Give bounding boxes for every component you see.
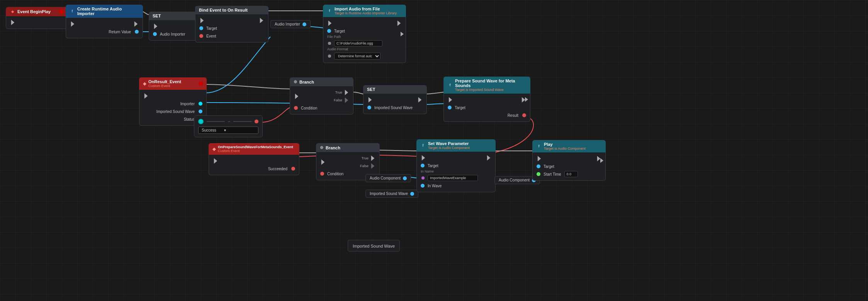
dropdown-arrow: ▾	[224, 128, 226, 132]
branch2-header: ⊕ Branch	[316, 143, 380, 152]
succeeded-pin	[291, 167, 295, 171]
func-icon3: f	[447, 82, 453, 88]
true-row2: True	[362, 156, 375, 161]
bind-event-header: Bind Event to On Result	[195, 6, 268, 14]
play-body: Target Start Time	[532, 152, 606, 181]
branch2-icon: ⊕	[320, 145, 323, 150]
exec-in	[70, 21, 75, 27]
imported-sound-wave-pin	[199, 109, 202, 113]
divider	[207, 121, 225, 122]
exec-out	[213, 158, 218, 164]
dash-label: --	[228, 120, 230, 123]
import-audio-body: Target File Path Audio Format Determine …	[323, 17, 406, 63]
audio-component-out-pin	[403, 176, 407, 180]
start-time-input[interactable]	[564, 171, 578, 177]
exec-row	[323, 19, 406, 27]
exec-row	[533, 155, 605, 162]
exec-in	[448, 97, 453, 103]
import-audio-node: f Import Audio from File Target is Runti…	[323, 5, 406, 63]
target-row5: Target	[533, 162, 605, 170]
condition-row: Condition	[290, 104, 353, 112]
event-begin-play-node: ◆ Event BeginPlay	[6, 7, 68, 29]
target-label5: Target	[544, 164, 554, 169]
create-runtime-audio-importer-node: f Create Runtime Audio Importer Return V…	[66, 5, 143, 38]
exec-in	[294, 94, 299, 99]
exec-row: True False	[290, 89, 353, 104]
right-pin	[255, 120, 258, 123]
true-row: True	[335, 90, 349, 95]
exec-out	[143, 93, 149, 99]
set-wave-param-body: Target In Name In Wave	[416, 152, 496, 192]
audio-importer-out-pin	[302, 22, 306, 26]
prepare-sound-wave-node: f Prepare Sound Wave for Meta Sounds Tar…	[443, 77, 530, 122]
exec-row	[66, 20, 143, 28]
on-result-event-header: ◆ OnResult_Event Custom Event	[139, 77, 207, 90]
bind-event-body: Target Event	[195, 14, 268, 43]
target-row: Target	[323, 27, 406, 35]
imported-sound-wave-floating: Imported Sound Wave	[365, 190, 418, 198]
condition-label: Condition	[301, 106, 317, 110]
audio-importer-floating-label: Audio Importer	[275, 22, 300, 26]
on-prepare-sw-title: OnPrepareSoundWaveForMetaSounds_Event	[218, 145, 293, 149]
audio-component-label2: Audio Component	[499, 178, 530, 182]
exec-out-pin	[10, 20, 15, 25]
exec-out	[417, 97, 423, 103]
imported-sw-floating-label: Imported Sound Wave	[370, 192, 408, 196]
filepath-pin	[328, 42, 331, 45]
prepare-sw-header: f Prepare Sound Wave for Meta Sounds Tar…	[443, 77, 530, 94]
exec-row	[139, 92, 206, 100]
on-prepare-sw-node: ◆ OnPrepareSoundWaveForMetaSounds_Event …	[209, 143, 299, 175]
file-path-label: File Path	[323, 35, 406, 39]
start-time-label: Start Time	[544, 172, 561, 176]
set2-header: SET	[363, 85, 427, 94]
event-label: Event	[206, 34, 216, 38]
play-node: f Play Target is Audio Component Target …	[532, 140, 606, 181]
condition-pin2	[320, 172, 324, 176]
set2-node: SET Imported Sound Wave	[363, 85, 427, 114]
set-wave-param-title-block: Set Wave Parameter Target is Audio Compo…	[428, 141, 470, 150]
condition-label2: Condition	[327, 172, 343, 176]
exec-in	[199, 18, 205, 23]
target-pin5	[537, 164, 540, 168]
importer-label: Importer	[180, 102, 195, 106]
exec-in	[421, 155, 426, 161]
imported-sound-wave-row: Imported Sound Wave	[139, 108, 206, 115]
importer-pin	[199, 102, 202, 106]
file-path-input[interactable]	[334, 40, 382, 46]
result-pin	[522, 113, 526, 117]
play-title: Play	[544, 142, 586, 147]
event-pin	[199, 34, 203, 38]
import-audio-subtitle: Target is Runtime Audio Importer Library	[335, 11, 397, 15]
exec-row	[209, 157, 299, 165]
set-wave-param-subtitle: Target is Audio Component	[428, 146, 470, 150]
import-audio-title: Import Audio from File	[335, 7, 397, 11]
expand-icon3	[600, 158, 603, 163]
create-runtime-header: f Create Runtime Audio Importer	[66, 5, 143, 18]
imported-sound-wave-label: Imported Sound Wave	[156, 109, 195, 114]
prepare-sw-subtitle: Target is Imported Sound Wave	[455, 88, 527, 92]
bind-event-node: Bind Event to On Result Target Event	[195, 6, 268, 43]
success-dropdown[interactable]: Success ▾	[198, 127, 258, 134]
on-result-title-block: OnResult_Event Custom Event	[148, 79, 181, 88]
branch1-header: ⊕ Branch	[290, 77, 353, 86]
branch2-title: Branch	[326, 145, 340, 150]
imported-sw-out-pin	[410, 192, 414, 196]
play-subtitle: Target is Audio Component	[544, 147, 586, 150]
on-prepare-sw-title-block: OnPrepareSoundWaveForMetaSounds_Event Cu…	[218, 145, 293, 153]
in-name-input[interactable]	[428, 175, 478, 181]
play-title-block: Play Target is Audio Component	[544, 142, 586, 150]
branch1-node: ⊕ Branch True False Condition	[290, 77, 353, 115]
prepare-sw-title-block: Prepare Sound Wave for Meta Sounds Targe…	[455, 79, 527, 92]
on-prepare-sw-header: ◆ OnPrepareSoundWaveForMetaSounds_Event …	[209, 143, 299, 155]
set-wave-param-header: f Set Wave Parameter Target is Audio Com…	[416, 139, 496, 152]
func-icon: f	[70, 9, 75, 14]
exec-row	[444, 96, 530, 104]
succeeded-row: Succeeded	[209, 165, 299, 173]
import-audio-title-block: Import Audio from File Target is Runtime…	[335, 7, 397, 15]
exec-in	[153, 24, 158, 29]
in-name-row	[417, 174, 495, 182]
event-begin-play-title: Event BeginPlay	[17, 9, 51, 14]
audio-format-dropdown[interactable]: Determine format automatically	[334, 53, 380, 60]
return-value-label: Return Value	[109, 30, 131, 34]
exec-in	[327, 21, 333, 26]
